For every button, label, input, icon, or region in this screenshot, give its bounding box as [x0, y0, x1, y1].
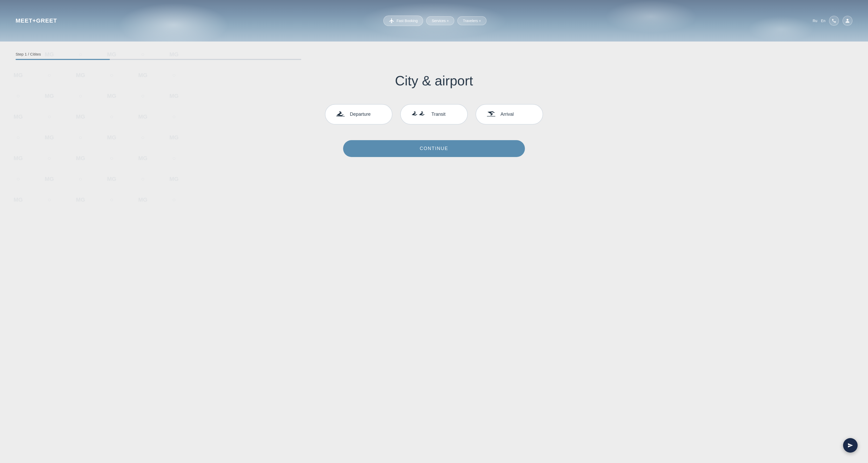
services-nav-btn[interactable]: Services + [426, 16, 454, 25]
progress-fill [16, 59, 110, 60]
travelers-label: Travelers + [463, 19, 481, 23]
send-icon [847, 442, 853, 448]
transit-option[interactable]: Transit [400, 104, 468, 125]
arrival-icon [487, 110, 496, 119]
logo: MEET+GREET [16, 18, 57, 24]
services-label: Services + [432, 19, 449, 23]
user-icon [845, 19, 850, 23]
travelers-nav-btn[interactable]: Travelers + [457, 16, 487, 25]
fast-booking-label: Fast Booking [397, 19, 418, 23]
main-content: (function(){ const grid = document.query… [0, 41, 868, 463]
departure-label: Departure [350, 111, 371, 117]
user-btn[interactable] [842, 16, 852, 26]
nav-right: Ru En [813, 16, 852, 26]
phone-icon [832, 19, 836, 23]
arrival-option[interactable]: Arrival [475, 104, 543, 125]
transit-icon [411, 110, 427, 119]
fast-booking-nav-btn[interactable]: Fast Booking [383, 15, 423, 26]
main-nav: Fast Booking Services + Travelers + [383, 15, 487, 26]
progress-bar [16, 59, 301, 60]
departure-option[interactable]: Departure [325, 104, 393, 125]
lang-ru-btn[interactable]: Ru [813, 19, 817, 23]
step-label: Step 1 / Citites [16, 52, 852, 56]
transit-label: Transit [431, 111, 445, 117]
fab-send-btn[interactable] [843, 438, 858, 453]
plane-icon [389, 18, 395, 24]
continue-button[interactable]: CONTINUE [343, 140, 525, 157]
page-title: City & airport [16, 73, 852, 89]
options-row: Departure Transit [16, 104, 852, 125]
arrival-label: Arrival [500, 111, 514, 117]
phone-btn[interactable] [829, 16, 839, 26]
step-indicator: Step 1 / Citites [16, 52, 852, 60]
header: MEET+GREET Fast Booking Services + Trave… [0, 0, 868, 41]
departure-icon [336, 110, 345, 119]
continue-wrap: CONTINUE [16, 140, 852, 157]
lang-en-btn[interactable]: En [821, 19, 826, 23]
